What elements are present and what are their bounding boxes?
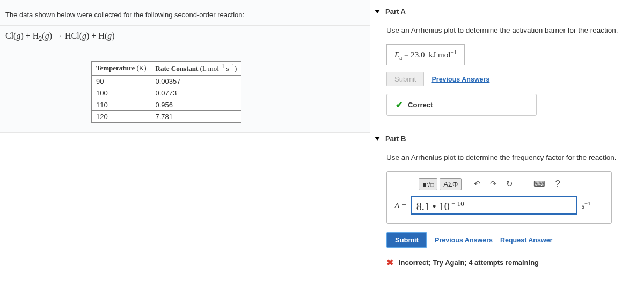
part-a-title: Part A <box>385 8 406 16</box>
data-table: Temperature (K) Rate Constant (L mol−1 s… <box>91 61 241 122</box>
table-row: 1000.0773 <box>92 87 241 99</box>
reaction-equation: Cl(g) + H2(g) → HCl(g) + H(g) <box>0 26 370 53</box>
col-header-rate: Rate Constant (L mol−1 s−1) <box>151 62 241 75</box>
reset-icon[interactable]: ↻ <box>502 178 516 190</box>
unit-label: s−1 <box>582 201 591 211</box>
answer-box: ∎√□ ΑΣΦ ↶ ↷ ↻ ⌨ ? A = 8.1 • 10 − 10 s−1 <box>386 171 612 224</box>
variable-label: A = <box>394 201 407 210</box>
table-row: 1100.956 <box>92 99 241 110</box>
undo-icon[interactable]: ↶ <box>470 178 484 190</box>
answer-input[interactable]: 8.1 • 10 − 10 <box>411 196 577 215</box>
table-row: 1207.781 <box>92 110 241 122</box>
part-a-header[interactable]: Part A <box>370 4 644 21</box>
submit-button-b[interactable]: Submit <box>386 232 427 248</box>
feedback-correct: ✔ Correct <box>386 94 537 116</box>
previous-answers-link-a[interactable]: Previous Answers <box>431 76 489 83</box>
keyboard-icon[interactable]: ⌨ <box>530 178 548 190</box>
part-a-answer: Ea = 23.0 kJ mol−1 <box>386 44 465 65</box>
col-header-temp: Temperature (K) <box>92 62 151 75</box>
caret-down-icon <box>375 137 380 141</box>
problem-statement: The data shown below were collected for … <box>0 0 370 26</box>
help-icon[interactable]: ? <box>551 177 565 191</box>
greek-button[interactable]: ΑΣΦ <box>440 178 462 190</box>
part-a-prompt: Use an Arrhenius plot to determine the a… <box>386 26 628 34</box>
caret-down-icon <box>375 10 380 13</box>
previous-answers-link-b[interactable]: Previous Answers <box>435 237 493 244</box>
submit-button-a: Submit <box>386 72 424 86</box>
redo-icon[interactable]: ↷ <box>486 178 500 190</box>
part-b-title: Part B <box>385 135 406 143</box>
request-answer-link[interactable]: Request Answer <box>500 237 552 244</box>
part-b-prompt: Use an Arrhenius plot to determine the f… <box>386 153 628 161</box>
formula-toolbar: ∎√□ ΑΣΦ ↶ ↷ ↻ ⌨ ? <box>419 177 604 191</box>
table-row: 900.00357 <box>92 75 241 87</box>
part-b-header[interactable]: Part B <box>370 131 644 148</box>
cross-icon: ✖ <box>386 257 393 268</box>
templates-button[interactable]: ∎√□ <box>419 178 437 190</box>
check-icon: ✔ <box>396 100 402 110</box>
feedback-incorrect: ✖ Incorrect; Try Again; 4 attempts remai… <box>386 255 628 270</box>
